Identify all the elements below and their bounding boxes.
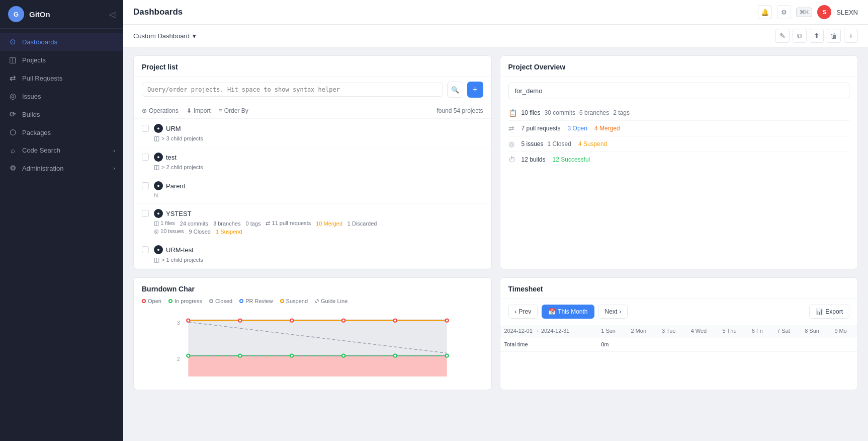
project-checkbox[interactable] <box>142 210 149 217</box>
builds-label: 12 builds <box>522 156 546 163</box>
files-icon: 📋 <box>508 109 517 117</box>
project-checkbox[interactable] <box>142 182 149 189</box>
import-button[interactable]: ⬇ Import <box>187 107 211 114</box>
merged-badge: 4 Merged <box>594 125 620 132</box>
sidebar: G GitOn ◁ ⊙ Dashboards ◫ Projects ⇄ Pull… <box>0 0 123 441</box>
delete-button[interactable]: 🗑 <box>827 29 841 43</box>
commits-stat: 24 commits <box>180 220 208 227</box>
open-badge: 3 Open <box>568 125 587 132</box>
settings-button[interactable]: ⚙ <box>777 5 791 19</box>
files-label: 10 files <box>522 109 541 116</box>
discarded-stat: 1 Discarded <box>348 220 377 227</box>
empty-cell <box>748 337 773 352</box>
svg-point-6 <box>238 319 241 322</box>
prev-button[interactable]: ‹ Prev <box>508 305 538 319</box>
open-legend-label: Open <box>148 298 161 304</box>
user-name: SLEXN <box>836 9 858 16</box>
project-avatar: ● <box>154 153 163 162</box>
topbar: Dashboards 🔔 ⚙ ⌘K S SLEXN <box>123 0 868 25</box>
suspend-legend-dot <box>280 299 284 303</box>
sidebar-item-label: Projects <box>22 56 46 64</box>
suspend-legend-label: Suspend <box>286 298 308 304</box>
sidebar-item-administration[interactable]: ⚙ Administration › <box>0 159 123 177</box>
this-month-label: This Month <box>558 308 587 315</box>
project-checkbox[interactable] <box>142 246 149 253</box>
project-info: ● URM-test ◫ > 1 child projects <box>154 245 483 263</box>
project-search-input[interactable] <box>142 83 443 97</box>
svg-text:3: 3 <box>177 320 180 326</box>
add-dashboard-button[interactable]: + <box>844 29 858 43</box>
date-range: 2024-12-01 → 2024-12-31 <box>504 328 570 334</box>
project-issues: ◎ 10 issues 9 Closed 1 Suspend <box>154 228 483 235</box>
builds-stat-row: ⏱ 12 builds 12 Successful <box>508 152 850 167</box>
sidebar-item-label: Administration <box>22 165 63 172</box>
burndown-title: Burndown Char <box>134 278 491 298</box>
project-info: ● YSTEST ◫ 1 files 24 commits 3 branches… <box>154 209 483 235</box>
closed-legend-dot <box>209 299 213 303</box>
child-count: > 2 child projects <box>161 164 203 170</box>
timesheet-controls: ‹ Prev 📅 This Month Next › 📊 Export <box>500 299 858 325</box>
next-button[interactable]: Next › <box>598 305 628 319</box>
tags-stat: 0 tags <box>245 220 261 227</box>
copy-icon: ⧉ <box>797 32 802 40</box>
share-button[interactable]: ⬆ <box>810 29 824 43</box>
project-checkbox[interactable] <box>142 154 149 161</box>
plus-icon: + <box>472 85 478 95</box>
child-count: > 3 child projects <box>161 135 203 141</box>
export-button[interactable]: 📊 Export <box>809 305 849 319</box>
sidebar-item-dashboards[interactable]: ⊙ Dashboards <box>0 33 123 51</box>
burndown-panel: Burndown Char Open In progress Closed PR… <box>133 277 492 390</box>
empty-cell <box>801 337 830 352</box>
issues-stat: ◎ 10 issues <box>154 228 184 235</box>
sidebar-item-projects[interactable]: ◫ Projects <box>0 51 123 69</box>
sidebar-item-label: Packages <box>22 129 51 136</box>
empty-cell <box>658 337 687 352</box>
pr-stat: ⇄ 11 pull requests <box>266 220 311 227</box>
issues-icon: ◎ <box>8 92 17 101</box>
edit-button[interactable]: ✎ <box>775 29 790 43</box>
sidebar-item-issues[interactable]: ◎ Issues <box>0 87 123 105</box>
svg-point-14 <box>342 354 345 357</box>
dashboard-selector[interactable]: Custom Dashboard ▾ <box>133 32 196 40</box>
builds-icon: ⏱ <box>508 156 517 164</box>
project-toolbar: ⊕ Operations ⬇ Import ≡ Order By found 5… <box>134 103 491 119</box>
list-item: ● Parent hi <box>134 176 491 204</box>
project-name-row: ● test <box>154 153 483 162</box>
svg-point-12 <box>238 354 241 357</box>
copy-button[interactable]: ⧉ <box>793 29 807 43</box>
main-content: Dashboards 🔔 ⚙ ⌘K S SLEXN Custom Dashboa… <box>123 0 868 441</box>
project-overview-search[interactable] <box>508 83 850 99</box>
sidebar-item-pull-requests[interactable]: ⇄ Pull Requests <box>0 69 123 87</box>
plus-icon: + <box>849 32 853 40</box>
project-checkbox[interactable] <box>142 125 149 132</box>
sidebar-item-code-search[interactable]: ⌕ Code Search › <box>0 141 123 159</box>
add-project-button[interactable]: + <box>467 82 483 98</box>
search-button[interactable]: 🔍 <box>447 82 463 98</box>
sidebar-item-label: Builds <box>22 111 40 118</box>
notification-button[interactable]: 🔔 <box>758 5 772 19</box>
sidebar-collapse-button[interactable]: ◁ <box>109 10 115 19</box>
col-1sun: 1 Sun <box>597 325 627 337</box>
user-avatar[interactable]: S <box>817 5 831 19</box>
sidebar-item-packages[interactable]: ⬡ Packages <box>0 123 123 141</box>
next-label: Next <box>605 308 618 315</box>
sidebar-item-builds[interactable]: ⟳ Builds <box>0 105 123 123</box>
project-avatar: ● <box>154 209 163 218</box>
operations-button[interactable]: ⊕ Operations <box>142 107 179 114</box>
chart-svg: 3 2 <box>142 309 483 382</box>
guideline-legend-dot <box>315 299 319 303</box>
empty-cell <box>687 337 719 352</box>
project-avatar: ● <box>154 124 163 133</box>
this-month-button[interactable]: 📅 This Month <box>542 305 594 319</box>
pr-icon: ⇄ <box>508 124 517 132</box>
total-time-label: Total time <box>500 337 597 352</box>
svg-text:2: 2 <box>177 356 180 362</box>
merged-stat: 10 Merged <box>316 220 342 227</box>
burndown-legend: Open In progress Closed PR Review Suspen… <box>134 298 491 309</box>
suspend-stat: 1 Suspend <box>216 229 242 235</box>
order-by-button[interactable]: ≡ Order By <box>219 107 248 114</box>
project-list: ● URM ◫ > 3 child projects ● <box>134 119 491 269</box>
operations-label: Operations <box>149 107 179 114</box>
files-stat: ◫ 1 files <box>154 220 175 227</box>
timesheet-title: Timesheet <box>500 278 858 299</box>
